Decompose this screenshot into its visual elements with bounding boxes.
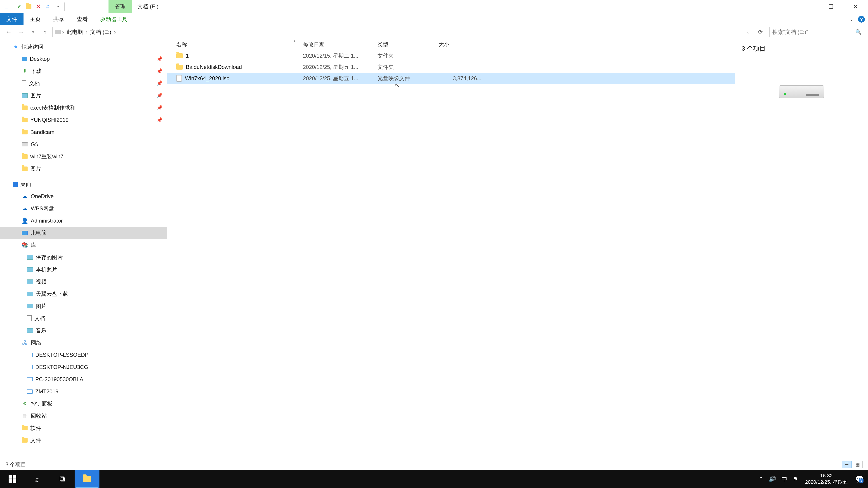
- tray-overflow-icon[interactable]: ⌃: [758, 476, 763, 483]
- tree-software[interactable]: 软件: [0, 422, 167, 434]
- breadcrumb-drive[interactable]: 文档 (E:): [89, 29, 113, 36]
- pic-icon: [27, 280, 33, 284]
- nav-forward-button[interactable]: →: [16, 27, 26, 37]
- tree-libraries[interactable]: 📚 库: [0, 239, 167, 251]
- nav-back-button[interactable]: ←: [4, 27, 13, 37]
- tree-quick-access[interactable]: ★ 快速访问: [0, 41, 167, 53]
- tree-label: WPS网盘: [31, 205, 54, 212]
- view-details-button[interactable]: ☰: [842, 461, 852, 468]
- tree-desktop[interactable]: 桌面: [0, 178, 167, 190]
- breadcrumb-this-pc[interactable]: 此电脑: [65, 29, 84, 36]
- file-rows[interactable]: 1 2020/12/15, 星期二 1... 文件夹 BaiduNetdiskD…: [167, 50, 735, 459]
- minimize-button[interactable]: —: [794, 0, 818, 13]
- tree-network-pc[interactable]: DESKTOP-NJEU3CG: [0, 361, 167, 373]
- tree-library-item[interactable]: 音乐: [0, 324, 167, 337]
- pin-icon: 📌: [156, 56, 162, 62]
- tab-home[interactable]: 主页: [24, 13, 47, 25]
- folder-icon: [22, 426, 28, 430]
- manage-contextual-tab[interactable]: 管理: [108, 0, 132, 13]
- column-type[interactable]: 类型: [377, 41, 438, 48]
- tree-quick-item[interactable]: excel表格制作求和📌: [0, 102, 167, 114]
- address-history-dropdown[interactable]: ⌄: [743, 27, 753, 37]
- tree-library-item[interactable]: 文档: [0, 312, 167, 324]
- taskbar-search-button[interactable]: ⌕: [25, 470, 50, 488]
- tree-library-item[interactable]: 本机照片: [0, 263, 167, 275]
- file-row[interactable]: 1 2020/12/15, 星期二 1... 文件夹: [167, 50, 735, 61]
- qat-new-folder-icon[interactable]: [24, 2, 33, 11]
- tab-view[interactable]: 查看: [70, 13, 94, 25]
- qat-properties-icon[interactable]: ✔: [15, 2, 24, 11]
- qat-undo-icon[interactable]: ⎌: [43, 2, 52, 11]
- tree-admin[interactable]: 👤 Administrator: [0, 215, 167, 227]
- search-input[interactable]: [772, 29, 855, 35]
- file-row[interactable]: Win7x64_2020.iso 2020/12/25, 星期五 1... 光盘…: [167, 73, 735, 84]
- qat-customize-dropdown[interactable]: ▾: [54, 2, 63, 11]
- tray-clock[interactable]: 16:32 2020/12/25, 星期五: [803, 473, 849, 485]
- file-type: 文件夹: [377, 64, 438, 71]
- tree-quick-item[interactable]: Bandicam: [0, 126, 167, 138]
- nav-up-button[interactable]: ↑: [40, 27, 50, 37]
- tree-quick-item[interactable]: G:\: [0, 138, 167, 151]
- tree-library-item[interactable]: 图片: [0, 300, 167, 312]
- tree-network[interactable]: 🖧 网络: [0, 337, 167, 349]
- tree-this-pc[interactable]: 此电脑: [0, 227, 167, 239]
- tree-quick-item[interactable]: win7重装win7: [0, 151, 167, 163]
- tree-library-item[interactable]: 保存的图片: [0, 251, 167, 263]
- search-icon[interactable]: 🔍: [855, 29, 862, 35]
- search-box[interactable]: 🔍: [770, 27, 864, 37]
- taskbar-explorer-button[interactable]: [74, 470, 99, 488]
- tree-label: 库: [31, 241, 36, 249]
- tree-network-pc[interactable]: ZMT2019: [0, 385, 167, 398]
- tree-library-item[interactable]: 天翼云盘下载: [0, 288, 167, 300]
- tree-wps[interactable]: ☁ WPS网盘: [0, 202, 167, 215]
- tree-wenjian[interactable]: 文件: [0, 434, 167, 447]
- tree-quick-item[interactable]: 文档📌: [0, 77, 167, 90]
- tree-quick-item[interactable]: Desktop📌: [0, 53, 167, 65]
- tray-ime-indicator[interactable]: 中: [781, 475, 787, 483]
- breadcrumb-chevron-icon[interactable]: ›: [86, 29, 88, 35]
- column-size[interactable]: 大小: [438, 41, 482, 48]
- column-date[interactable]: 修改日期: [303, 41, 377, 48]
- tab-share[interactable]: 共享: [47, 13, 70, 25]
- ribbon-collapse-icon[interactable]: ⌄: [849, 16, 854, 22]
- pic-icon: [22, 93, 28, 98]
- tree-quick-item[interactable]: YUNQISHI2019📌: [0, 114, 167, 126]
- tree-network-pc[interactable]: PC-20190530OBLA: [0, 373, 167, 385]
- file-row[interactable]: BaiduNetdiskDownload 2020/12/25, 星期五 1..…: [167, 61, 735, 73]
- start-button[interactable]: [0, 470, 25, 488]
- tray-action-center[interactable]: 💬 3: [855, 475, 864, 484]
- taskbar-taskview-button[interactable]: ⧉: [50, 470, 74, 488]
- fld-icon: [22, 130, 28, 134]
- tree-label: 图片: [30, 92, 41, 99]
- tree-control-panel[interactable]: ⚙ 控制面板: [0, 398, 167, 410]
- tree-quick-item[interactable]: 下载📌: [0, 65, 167, 77]
- breadcrumb-chevron-icon[interactable]: ›: [62, 29, 64, 35]
- navigation-tree[interactable]: ★ 快速访问 Desktop📌下载📌文档📌图片📌excel表格制作求和📌YUNQ…: [0, 39, 167, 459]
- nav-recent-dropdown[interactable]: ▾: [28, 27, 38, 37]
- breadcrumb-chevron-icon[interactable]: ›: [114, 29, 116, 35]
- tree-quick-item[interactable]: 图片: [0, 163, 167, 175]
- file-size: 3,874,126...: [438, 75, 482, 82]
- tree-onedrive[interactable]: ☁ OneDrive: [0, 190, 167, 202]
- column-name[interactable]: 名称▲: [176, 41, 303, 48]
- refresh-button[interactable]: ⟳: [755, 27, 765, 37]
- tree-quick-item[interactable]: 图片📌: [0, 90, 167, 102]
- address-bar[interactable]: › 此电脑 › 文档 (E:) ›: [53, 27, 741, 37]
- drv-icon: [22, 142, 28, 147]
- view-large-icons-button[interactable]: ▦: [852, 461, 863, 468]
- pic-icon: [27, 292, 33, 296]
- fld-icon: [22, 105, 28, 110]
- close-button[interactable]: ✕: [843, 0, 868, 13]
- qat-app-icon[interactable]: ⎯: [2, 2, 11, 11]
- file-name: 1: [186, 53, 189, 59]
- tray-volume-icon[interactable]: 🔊: [769, 476, 776, 483]
- maximize-button[interactable]: ☐: [818, 0, 843, 13]
- tree-network-pc[interactable]: DESKTOP-LSSOEDP: [0, 349, 167, 361]
- tab-drive-tools[interactable]: 驱动器工具: [94, 13, 134, 25]
- tree-recycle-bin[interactable]: 🗑 回收站: [0, 410, 167, 422]
- qat-delete-icon[interactable]: ✕: [34, 2, 43, 11]
- tab-file[interactable]: 文件: [0, 13, 24, 25]
- tray-security-icon[interactable]: ⚑: [793, 476, 798, 483]
- tree-library-item[interactable]: 视频: [0, 275, 167, 288]
- help-icon[interactable]: ?: [858, 16, 865, 23]
